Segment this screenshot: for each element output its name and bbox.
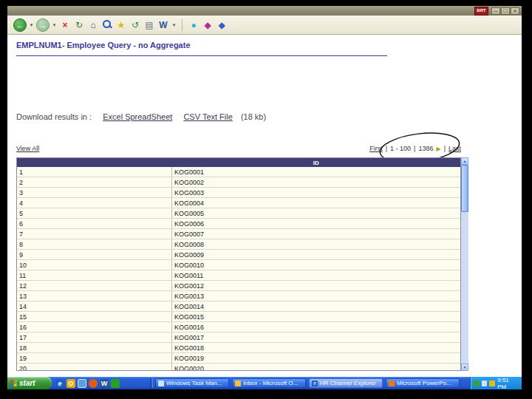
row-number-cell: 1	[17, 167, 172, 177]
print-icon[interactable]: ▤	[143, 18, 155, 31]
security-icon[interactable]	[474, 381, 480, 386]
table-row: 13KOG0013	[17, 291, 460, 301]
screenshot-frame: { "window": { "badge": "BRT", "controls"…	[0, 0, 532, 399]
employee-id-cell: KOG0017	[172, 332, 461, 343]
messenger-icon[interactable]	[111, 379, 120, 388]
refresh-icon[interactable]: ↻	[73, 18, 85, 31]
maximize-button[interactable]: □	[501, 7, 510, 15]
id-column-header: ID	[172, 158, 461, 167]
employee-id-cell: KOG0012	[172, 281, 461, 291]
history-icon[interactable]: ↺	[129, 18, 141, 31]
taskbar: start e O W Windows Task Man... Inbox - …	[7, 377, 522, 389]
table-row: 6KOG0006	[17, 219, 460, 229]
table-row: 8KOG0008	[17, 239, 460, 250]
page-title: EMPLNUM1- Employee Query - no Aggregate	[16, 41, 191, 50]
close-button[interactable]: ×	[511, 7, 519, 15]
start-label: start	[19, 379, 35, 387]
word-icon[interactable]: W	[100, 379, 109, 388]
employee-id-cell: KOG0003	[172, 188, 461, 198]
employee-id-cell: KOG0004	[172, 198, 461, 208]
network-icon[interactable]	[482, 381, 488, 386]
internet-explorer-icon[interactable]: e	[55, 379, 64, 388]
title-bar: BRT – □ ×	[7, 6, 522, 16]
row-number-cell: 5	[17, 208, 172, 219]
download-label: Download results in :	[16, 112, 92, 121]
row-number-cell: 11	[17, 270, 172, 281]
forward-dropdown-icon[interactable]: ▾	[52, 22, 57, 28]
view-all-link[interactable]: View All	[16, 145, 39, 152]
favorites-icon[interactable]: ★	[115, 18, 127, 31]
hr-channel-explorer-icon: e	[312, 381, 318, 386]
employee-id-cell: KOG0010	[172, 260, 461, 270]
row-number-cell: 13	[17, 291, 172, 301]
msn-icon[interactable]: ◆	[202, 18, 214, 31]
quick-launch-bar: e O W	[52, 379, 123, 388]
employee-id-cell: KOG0007	[172, 229, 461, 239]
clock: 9:51 PM	[497, 377, 519, 390]
pagination-total: 1386	[418, 145, 433, 152]
table-scrollbar[interactable]: ▲ ▼	[461, 157, 468, 371]
outlook-icon[interactable]: O	[66, 379, 75, 388]
show-desktop-icon[interactable]	[78, 379, 86, 388]
results-table: ID 1KOG00012KOG00023KOG00034KOG00045KOG0…	[16, 157, 461, 371]
system-tray: 9:51 PM	[470, 377, 522, 389]
table-row: 5KOG0005	[17, 208, 460, 219]
row-number-cell: 14	[17, 301, 172, 312]
taskbar-button-hr-channel-explorer[interactable]: e HR Channel Explorer	[309, 378, 383, 388]
employee-id-cell: KOG0011	[172, 270, 461, 281]
back-dropdown-icon[interactable]: ▾	[29, 22, 34, 28]
row-number-cell: 7	[17, 229, 172, 239]
pagination: First | 1 - 100 | 1386 ▶ | Last	[369, 145, 461, 152]
csv-text-file-link[interactable]: CSV Text File	[183, 112, 232, 121]
pagination-separator: |	[444, 145, 446, 152]
next-page-arrow-icon[interactable]: ▶	[436, 146, 440, 152]
taskbar-button-outlook-inbox[interactable]: Inbox - Microsoft O...	[232, 378, 306, 388]
stop-icon[interactable]: ×	[59, 18, 71, 31]
file-size-note: (18 kb)	[241, 112, 266, 121]
table-row: 19KOG0019	[17, 353, 460, 364]
employee-id-cell: KOG0018	[172, 343, 461, 353]
scrollbar-thumb[interactable]	[461, 165, 468, 212]
row-number-cell: 18	[17, 343, 172, 353]
employee-id-cell: KOG0002	[172, 177, 461, 188]
taskbar-button-task-manager[interactable]: Windows Task Man...	[155, 378, 229, 388]
messenger-icon[interactable]: ●	[188, 18, 200, 31]
scroll-down-icon[interactable]: ▼	[461, 364, 468, 371]
taskbar-button-powerpoint[interactable]: Microsoft PowerPo...	[386, 378, 460, 388]
back-icon[interactable]: ←	[13, 18, 27, 32]
powerpoint-icon	[389, 381, 395, 386]
table-row: 10KOG0010	[17, 260, 460, 270]
row-number-cell: 17	[17, 332, 172, 343]
table-header-row: ID	[17, 158, 460, 167]
media-player-icon[interactable]	[89, 379, 98, 388]
edit-dropdown-icon[interactable]: ▾	[171, 22, 177, 28]
volume-icon[interactable]	[489, 381, 495, 386]
row-number-header	[17, 158, 172, 167]
row-number-cell: 16	[17, 322, 172, 332]
employee-id-cell: KOG0019	[172, 353, 461, 364]
forward-icon[interactable]: →	[36, 18, 50, 32]
pagination-separator: |	[414, 145, 415, 152]
minimize-button[interactable]: –	[491, 7, 500, 15]
table-row: 9KOG0009	[17, 250, 460, 260]
table-row: 3KOG0003	[17, 188, 460, 198]
contacts-icon[interactable]: ◆	[216, 18, 228, 31]
first-page-link[interactable]: First	[369, 145, 383, 152]
row-number-cell: 8	[17, 239, 172, 250]
start-button[interactable]: start	[7, 377, 52, 389]
results-table-body: 1KOG00012KOG00023KOG00034KOG00045KOG0005…	[17, 167, 460, 371]
scroll-up-icon[interactable]: ▲	[461, 157, 468, 165]
employee-id-cell: KOG0006	[172, 219, 461, 229]
search-icon[interactable]	[101, 18, 113, 31]
row-number-cell: 9	[17, 250, 172, 260]
last-page-link[interactable]: Last	[449, 145, 461, 152]
taskbar-divider	[150, 378, 153, 388]
table-row: 14KOG0014	[17, 301, 460, 312]
home-icon[interactable]: ⌂	[87, 18, 99, 31]
employee-id-cell: KOG0009	[172, 250, 461, 260]
excel-spreadsheet-link[interactable]: Excel SpreadSheet	[103, 112, 172, 121]
edit-word-icon[interactable]: W	[157, 18, 169, 31]
outlook-inbox-icon	[235, 381, 241, 386]
row-number-cell: 4	[17, 198, 172, 208]
table-row: 2KOG0002	[17, 177, 460, 188]
